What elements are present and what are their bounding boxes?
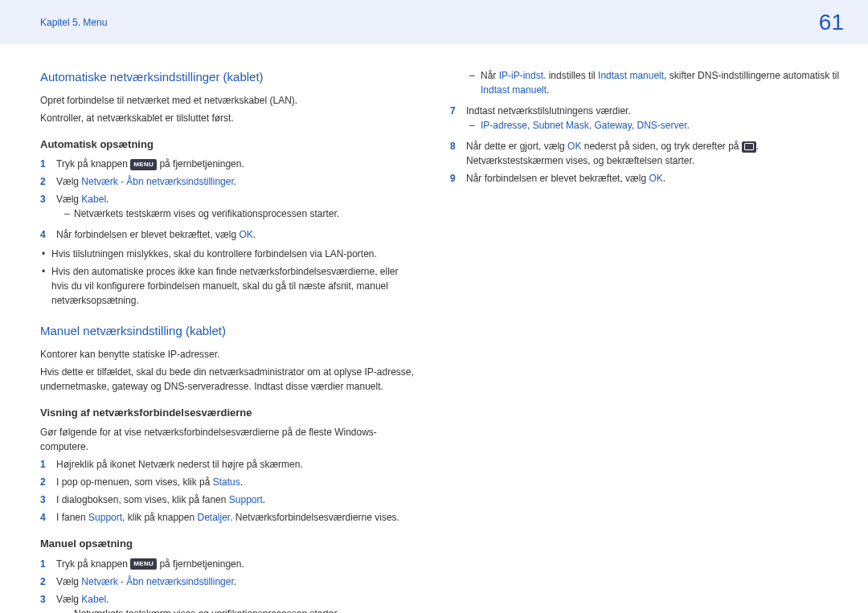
subheading-view-values: Visning af netværksforbindelsesværdierne [40,405,418,421]
step-number: 9 [450,171,460,186]
link-text: OK [567,141,581,152]
step-body: Tryk på knappen MENU på fjernbetjeningen… [56,557,418,571]
link-text: Support [229,494,263,505]
heading-auto-network: Automatiske netværksindstillinger (kable… [40,68,418,87]
column-left: Automatiske netværksindstillinger (kable… [40,68,418,613]
step-item: 1 Højreklik på ikonet Netværk nederst ti… [40,457,418,472]
step-body: Højreklik på ikonet Netværk nederst til … [56,457,418,472]
page-header: Kapitel 5. Menu 61 [0,0,868,44]
step-number: 8 [450,139,460,168]
link-text: OK [649,173,662,184]
step-body: I fanen Support, klik på knappen Detalje… [56,510,418,525]
menu-button-icon: MENU [130,159,157,170]
step-list: 1 Tryk på knappen MENU på fjernbetjening… [40,557,418,614]
step-list: 1 Højreklik på ikonet Netværk nederst ti… [40,457,418,525]
step-item: 2 Vælg Netværk - Åbn netværksindstilling… [40,574,418,589]
bullet-list: Hvis tilslutningen mislykkes, skal du ko… [40,247,418,308]
sub-note: Netværkets testskærm vises og verifikati… [56,607,418,614]
paragraph: Gør følgende for at vise netværksforbind… [40,425,418,454]
subheading-manual-setup: Manuel opsætning [40,536,418,552]
step-body: Vælg Kabel. Netværkets testskærm vises o… [56,192,418,224]
paragraph: Kontroller, at netværkskablet er tilslut… [40,111,418,125]
step-item: 2 Vælg Netværk - Åbn netværksindstilling… [40,174,418,189]
paragraph: Kontorer kan benytte statiske IP-adresse… [40,347,418,362]
step-list: 1 Tryk på knappen MENU på fjernbetjening… [40,157,418,242]
link-text: Support [88,512,122,523]
link-text: Netværk - Åbn netværksindstillinger [81,176,233,187]
step-body: Tryk på knappen MENU på fjernbetjeningen… [56,157,418,171]
step-item: 2 I pop op-menuen, som vises, klik på St… [40,475,418,489]
step-number: 2 [40,475,50,489]
step-body: Vælg Netværk - Åbn netværksindstillinger… [56,174,418,189]
step-item: 3 Vælg Kabel. Netværkets testskærm vises… [40,592,418,614]
step-item: 4 I fanen Support, klik på knappen Detal… [40,510,418,525]
step-number: 3 [40,592,50,614]
step-item: 3 I dialogboksen, som vises, klik på fan… [40,492,418,507]
bullet-item: Hvis tilslutningen mislykkes, skal du ko… [40,247,418,261]
step-body: Vælg Netværk - Åbn netværksindstillinger… [56,574,418,589]
step-number: 1 [40,557,50,571]
step-item: 8 Når dette er gjort, vælg OK nederst på… [450,139,840,168]
link-text: IP-adresse, Subnet Mask, Gateway, DNS-se… [481,120,687,131]
menu-button-icon: MENU [130,558,157,570]
step-number: 2 [40,174,50,189]
link-text: Status [213,476,240,488]
step-body: I dialogboksen, som vises, klik på fanen… [56,492,418,507]
step-body: Indtast netværkstilslutningens værdier. … [466,104,840,136]
step-number: 2 [40,574,50,589]
step-number: 3 [40,492,50,507]
step-item: 4 Når forbindelsen er blevet bekræftet, … [40,227,418,242]
page-number: 61 [819,6,844,39]
link-text: OK [239,229,252,240]
step-number: 1 [40,457,50,472]
step-number: 1 [40,157,50,171]
step-list-continued: 0 Når IP-iP-indst. indstilles til Indtas… [450,68,840,186]
link-text: Indtast manuelt [481,84,547,96]
breadcrumb: Kapitel 5. Menu [40,15,107,30]
sub-note: Netværkets testskærm vises og verifikati… [56,206,418,221]
step-item: 3 Vælg Kabel. Netværkets testskærm vises… [40,192,418,224]
step-body: Når IP-iP-indst. indstilles til Indtast … [466,68,840,100]
step-body: Når forbindelsen er blevet bekræftet, væ… [466,171,840,186]
paragraph: Hvis dette er tilfældet, skal du bede di… [40,365,418,394]
step-body: Når forbindelsen er blevet bekræftet, væ… [56,227,418,242]
link-text: Netværk - Åbn netværksindstillinger [81,576,233,587]
heading-manual-network: Manuel netværksindstilling (kablet) [40,322,418,341]
link-text: Indtast manuelt [598,70,664,81]
paragraph: Opret forbindelse til netværket med et n… [40,93,418,108]
sub-note: Når IP-iP-indst. indstilles til Indtast … [466,68,840,97]
step-item: 7 Indtast netværkstilslutningens værdier… [450,104,840,136]
sub-note: IP-adresse, Subnet Mask, Gateway, DNS-se… [466,118,840,133]
remote-enter-icon [742,141,756,153]
link-text: Kabel [81,194,106,205]
step-item: 1 Tryk på knappen MENU på fjernbetjening… [40,157,418,171]
step-item: 0 Når IP-iP-indst. indstilles til Indtas… [450,68,840,100]
step-item: 9 Når forbindelsen er blevet bekræftet, … [450,171,840,186]
link-text: Detaljer [197,512,230,523]
step-body: I pop op-menuen, som vises, klik på Stat… [56,475,418,489]
step-number: 7 [450,104,460,136]
step-number: 4 [40,227,50,242]
content: Automatiske netværksindstillinger (kable… [0,44,868,613]
step-item: 1 Tryk på knappen MENU på fjernbetjening… [40,557,418,571]
bullet-item: Hvis den automatiske proces ikke kan fin… [40,264,418,308]
column-right: 0 Når IP-iP-indst. indstilles til Indtas… [450,68,840,613]
step-number: 4 [40,510,50,525]
link-text: IP-iP-indst. [499,70,547,81]
step-number: 3 [40,192,50,224]
step-body: Når dette er gjort, vælg OK nederst på s… [466,139,840,168]
link-text: Kabel [81,594,106,605]
step-body: Vælg Kabel. Netværkets testskærm vises o… [56,592,418,614]
subheading-auto-setup: Automatisk opsætning [40,137,418,153]
